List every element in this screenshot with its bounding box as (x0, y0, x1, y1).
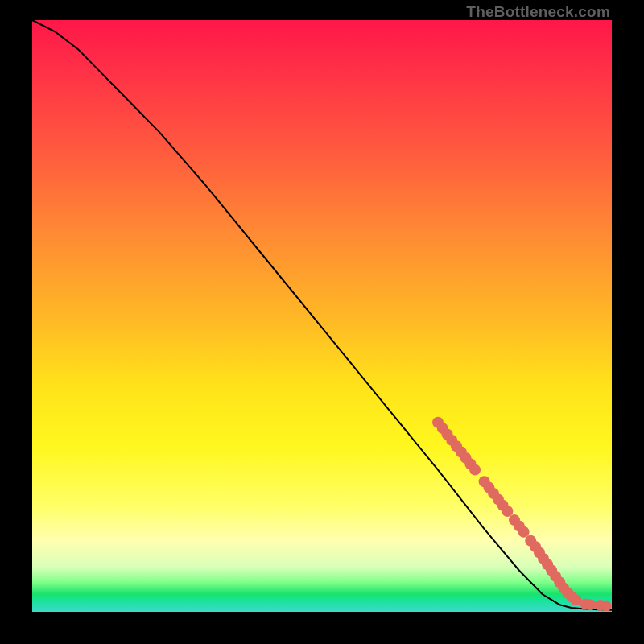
attribution-text: TheBottleneck.com (466, 3, 610, 21)
bottleneck-curve (32, 20, 612, 610)
data-marker (601, 601, 612, 612)
chart-svg (32, 20, 612, 612)
data-markers (432, 417, 612, 612)
chart-frame: TheBottleneck.com (0, 0, 644, 644)
data-marker (518, 526, 530, 538)
data-marker (570, 594, 581, 605)
data-marker (469, 464, 481, 476)
plot-area (32, 20, 612, 612)
data-marker (584, 599, 596, 610)
data-marker (502, 506, 513, 517)
